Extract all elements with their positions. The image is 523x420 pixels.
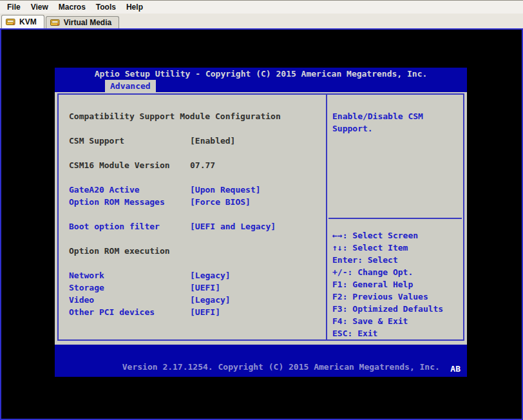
bios-tab-advanced[interactable]: Advanced xyxy=(105,80,156,92)
bios-item[interactable]: Other PCI devices[UEFI] xyxy=(69,306,326,318)
menu-bar: File View Macros Tools Help xyxy=(0,0,523,14)
bios-item: Option ROM execution xyxy=(69,245,326,257)
bios-item-label: Option ROM execution xyxy=(69,245,190,257)
bios-footer: Version 2.17.1254. Copyright (C) 2015 Am… xyxy=(55,345,467,377)
bios-item[interactable]: Video[Legacy] xyxy=(69,294,326,306)
bios-item[interactable]: Network[Legacy] xyxy=(69,269,326,282)
legend-line: ↑↓: Select Item xyxy=(332,242,458,254)
bios-items: Compatibility Support Module Configurati… xyxy=(59,95,327,339)
bios-item-value: [UEFI] xyxy=(190,283,220,292)
legend-line: Enter: Select xyxy=(332,254,458,266)
bios-header: Aptio Setup Utility - Copyright (C) 2015… xyxy=(55,68,467,92)
menu-view[interactable]: View xyxy=(26,1,53,14)
legend-line: ESC: Exit xyxy=(332,327,458,339)
legend-line: F1: General Help xyxy=(332,278,458,291)
bios-item-value: [UEFI] xyxy=(190,307,220,317)
bios-help-text: Enable/Disable CSM Support. xyxy=(332,110,458,218)
legend-line: +/-: Change Opt. xyxy=(332,266,458,278)
bios-item[interactable]: GateA20 Active[Upon Request] xyxy=(69,184,326,196)
bios-item-value: [Legacy] xyxy=(190,271,231,280)
menu-tools[interactable]: Tools xyxy=(91,1,121,14)
menu-file[interactable]: File xyxy=(2,1,26,14)
bios-item-value: [Legacy] xyxy=(190,295,231,305)
legend-line: F2: Previous Values xyxy=(332,291,458,303)
virtual-media-tab-icon xyxy=(50,18,61,26)
bios-item-value: 07.77 xyxy=(190,160,215,170)
tab-bar: KVM Virtual Media xyxy=(0,14,523,28)
bios-item-label: CSM Support xyxy=(69,135,190,147)
bios-panel-box: Compatibility Support Module Configurati… xyxy=(57,93,464,341)
bios-item-value: [Upon Request] xyxy=(190,185,261,195)
bios-menu-row: Advanced xyxy=(55,80,467,92)
bios-setup-screen: Aptio Setup Utility - Copyright (C) 2015… xyxy=(55,68,467,377)
bios-item-label: GateA20 Active xyxy=(69,184,190,196)
bios-item-value: [Force BIOS] xyxy=(190,197,251,207)
bios-item-value: [UEFI and Legacy] xyxy=(190,222,276,231)
bios-item-label: Storage xyxy=(69,282,190,294)
bios-item: Compatibility Support Module Configurati… xyxy=(69,110,326,122)
bios-item-label: CSM16 Module Version xyxy=(69,159,190,171)
bios-item-label: Boot option filter xyxy=(69,220,190,233)
bios-item: CSM16 Module Version07.77 xyxy=(69,159,326,171)
bios-footer-indicator: AB xyxy=(450,364,461,374)
bios-item-label: Option ROM Messages xyxy=(69,196,190,208)
tab-kvm[interactable]: KVM xyxy=(1,15,44,28)
kvm-tab-icon xyxy=(6,17,16,26)
kvm-viewer-window: File View Macros Tools Help KVM Virtual … xyxy=(0,0,523,420)
bios-item-value: [Enabled] xyxy=(190,136,235,146)
bios-item-label: Other PCI devices xyxy=(69,306,190,318)
tab-virtual-media-label: Virtual Media xyxy=(64,18,111,27)
menu-help[interactable]: Help xyxy=(121,1,148,14)
legend-line: F4: Save & Exit xyxy=(332,315,458,327)
bios-body: Compatibility Support Module Configurati… xyxy=(55,92,467,345)
bios-item[interactable]: Option ROM Messages[Force BIOS] xyxy=(69,196,326,208)
bios-item-label: Video xyxy=(69,294,190,306)
bios-item[interactable]: CSM Support[Enabled] xyxy=(69,135,326,147)
tab-virtual-media[interactable]: Virtual Media xyxy=(46,16,119,28)
bios-item-label: Network xyxy=(69,269,190,282)
menu-macros[interactable]: Macros xyxy=(53,1,91,14)
legend-line: ←→: Select Screen xyxy=(332,229,458,242)
legend-line: F3: Optimized Defaults xyxy=(332,303,458,315)
bios-item[interactable]: Storage[UEFI] xyxy=(69,282,326,294)
tab-kvm-label: KVM xyxy=(19,17,37,26)
remote-console-screen[interactable]: Aptio Setup Utility - Copyright (C) 2015… xyxy=(0,28,523,420)
bios-key-legend: ←→: Select Screen↑↓: Select ItemEnter: S… xyxy=(332,219,458,339)
bios-version-text: Version 2.17.1254. Copyright (C) 2015 Am… xyxy=(122,362,440,372)
bios-item-label: Compatibility Support Module Configurati… xyxy=(69,110,190,122)
bios-help-panel: Enable/Disable CSM Support. ←→: Select S… xyxy=(327,95,463,339)
bios-item[interactable]: Boot option filter[UEFI and Legacy] xyxy=(69,220,326,233)
bios-title: Aptio Setup Utility - Copyright (C) 2015… xyxy=(55,68,467,80)
